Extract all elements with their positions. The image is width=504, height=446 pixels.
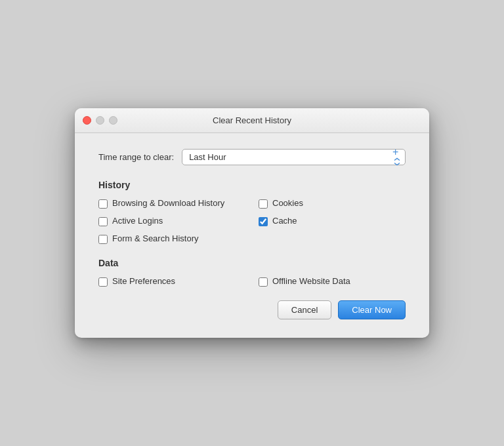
time-range-select-wrapper: Last Hour Last Two Hours Last Four Hours… [182,149,406,165]
checkbox-cache: Cache [259,216,406,227]
form-label: Form & Search History [112,233,198,245]
checkbox-site-prefs: Site Preferences [98,276,245,287]
data-section-header: Data [98,258,406,268]
checkbox-logins: Active Logins [98,216,245,227]
window-title: Clear Recent History [213,115,291,125]
cookies-checkbox[interactable] [259,199,268,209]
clear-now-button[interactable]: Clear Now [338,300,406,319]
site-prefs-checkbox[interactable] [98,277,108,287]
close-button[interactable] [83,116,91,125]
time-range-row: Time range to clear: Last Hour Last Two … [98,149,406,165]
site-prefs-label: Site Preferences [112,276,175,287]
cache-checkbox[interactable] [259,217,268,226]
checkbox-cookies: Cookies [259,198,406,209]
offline-label: Offline Website Data [272,276,350,287]
traffic-lights [83,116,117,125]
maximize-button[interactable] [109,116,117,125]
history-section-header: History [98,180,406,190]
button-row: Cancel Clear Now [98,300,406,319]
titlebar: Clear Recent History [75,108,429,133]
history-section: History Browsing & Download History Cook… [98,180,406,245]
checkbox-browsing: Browsing & Download History [98,198,245,209]
browsing-label: Browsing & Download History [112,198,224,209]
cache-label: Cache [272,216,297,227]
checkbox-offline: Offline Website Data [259,276,406,287]
form-checkbox[interactable] [98,235,108,244]
cancel-button[interactable]: Cancel [278,300,331,319]
dialog-window: Clear Recent History Time range to clear… [75,108,429,338]
cookies-label: Cookies [272,198,303,209]
offline-checkbox[interactable] [259,277,268,287]
time-range-label: Time range to clear: [98,152,174,162]
history-checkboxes-grid: Browsing & Download History Cookies Acti… [98,198,406,245]
data-checkboxes-grid: Site Preferences Offline Website Data [98,276,406,287]
data-section: Data Site Preferences Offline Website Da… [98,258,406,287]
browsing-checkbox[interactable] [98,199,108,209]
logins-label: Active Logins [112,216,163,227]
time-range-select[interactable]: Last Hour Last Two Hours Last Four Hours… [182,149,406,165]
dialog-content: Time range to clear: Last Hour Last Two … [75,133,429,338]
checkbox-form: Form & Search History [98,233,245,245]
logins-checkbox[interactable] [98,217,108,226]
minimize-button[interactable] [96,116,104,125]
